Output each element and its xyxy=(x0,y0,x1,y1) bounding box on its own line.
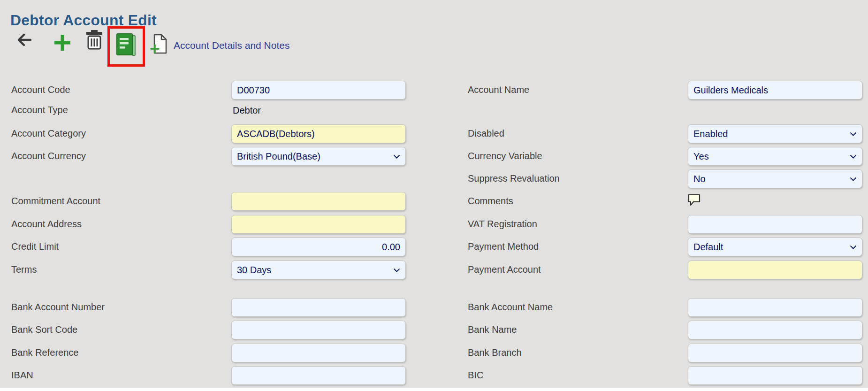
toolbar-label: Account Details and Notes xyxy=(174,40,289,51)
chevron-down-icon xyxy=(393,154,400,159)
commitment-account-input[interactable] xyxy=(231,192,406,211)
account-type-value: Debtor xyxy=(233,105,261,116)
label-bank-sort-code: Bank Sort Code xyxy=(11,324,77,335)
trash-icon xyxy=(85,44,104,51)
bank-sort-code-input[interactable] xyxy=(231,321,406,339)
label-payment-method: Payment Method xyxy=(468,241,539,252)
account-currency-select-value: British Pound(Base) xyxy=(237,151,320,162)
label-comments: Comments xyxy=(468,196,513,207)
label-account-address: Account Address xyxy=(11,219,82,230)
account-currency-select[interactable]: British Pound(Base) xyxy=(231,147,406,166)
document-plus-icon xyxy=(150,49,168,56)
currency-variable-select-value: Yes xyxy=(693,151,709,162)
label-commitment-account: Commitment Account xyxy=(11,196,100,207)
bottom-page-edge xyxy=(0,388,868,391)
chevron-down-icon xyxy=(850,245,857,249)
label-bic: BIC xyxy=(468,370,483,381)
label-account-category: Account Category xyxy=(11,128,86,139)
label-account-currency: Account Currency xyxy=(11,151,86,161)
label-vat-registration: VAT Registration xyxy=(468,219,537,230)
suppress-revaluation-select[interactable]: No xyxy=(688,169,862,188)
new-note-button[interactable] xyxy=(150,34,168,54)
account-category-input[interactable] xyxy=(231,124,406,143)
plus-icon xyxy=(53,47,72,54)
payment-method-select[interactable]: Default xyxy=(688,238,862,256)
label-currency-variable: Currency Variable xyxy=(468,151,542,161)
bank-account-name-input[interactable] xyxy=(688,298,862,317)
label-payment-account: Payment Account xyxy=(468,264,541,275)
currency-variable-select[interactable]: Yes xyxy=(688,147,862,166)
label-bank-reference: Bank Reference xyxy=(11,347,78,358)
chevron-down-icon xyxy=(393,268,400,272)
label-suppress-revaluation: Suppress Revaluation xyxy=(468,173,560,184)
bank-reference-input[interactable] xyxy=(231,344,406,362)
label-bank-branch: Bank Branch xyxy=(468,347,522,358)
add-button[interactable] xyxy=(53,33,72,53)
label-terms: Terms xyxy=(11,264,37,275)
account-name-input[interactable] xyxy=(688,81,862,100)
terms-select-value: 30 Days xyxy=(237,265,271,276)
vat-registration-input[interactable] xyxy=(688,215,862,234)
label-account-name: Account Name xyxy=(468,84,529,95)
label-bank-name: Bank Name xyxy=(468,324,517,335)
back-button[interactable] xyxy=(17,33,32,47)
bank-branch-input[interactable] xyxy=(688,344,862,362)
credit-limit-input[interactable] xyxy=(231,238,406,256)
suppress-revaluation-select-value: No xyxy=(693,174,706,184)
bic-input[interactable] xyxy=(688,366,862,385)
comments-button[interactable] xyxy=(688,194,701,207)
label-bank-account-number: Bank Account Number xyxy=(11,302,105,313)
red-highlight-annotation xyxy=(107,26,145,67)
chevron-down-icon xyxy=(850,132,857,136)
bank-name-input[interactable] xyxy=(688,321,862,339)
disabled-select[interactable]: Enabled xyxy=(688,124,862,143)
label-account-type: Account Type xyxy=(11,105,68,115)
disabled-select-value: Enabled xyxy=(693,129,728,139)
payment-account-input[interactable] xyxy=(688,261,862,279)
iban-input[interactable] xyxy=(231,366,406,385)
delete-button[interactable] xyxy=(85,29,104,50)
label-disabled: Disabled xyxy=(468,128,504,139)
payment-method-select-value: Default xyxy=(693,242,723,253)
account-code-input[interactable] xyxy=(231,81,406,100)
label-bank-account-name: Bank Account Name xyxy=(468,302,553,313)
chevron-down-icon xyxy=(850,177,857,181)
bank-account-number-input[interactable] xyxy=(231,298,406,317)
label-account-code: Account Code xyxy=(11,84,70,95)
debtor-account-edit-page: Debtor Account Edit xyxy=(0,0,868,391)
label-iban: IBAN xyxy=(11,370,33,381)
chevron-down-icon xyxy=(850,154,857,159)
label-credit-limit: Credit Limit xyxy=(11,241,59,252)
terms-select[interactable]: 30 Days xyxy=(231,261,406,279)
account-address-input[interactable] xyxy=(231,215,406,234)
back-arrow-icon xyxy=(17,41,32,48)
comment-bubble-icon xyxy=(688,201,701,208)
